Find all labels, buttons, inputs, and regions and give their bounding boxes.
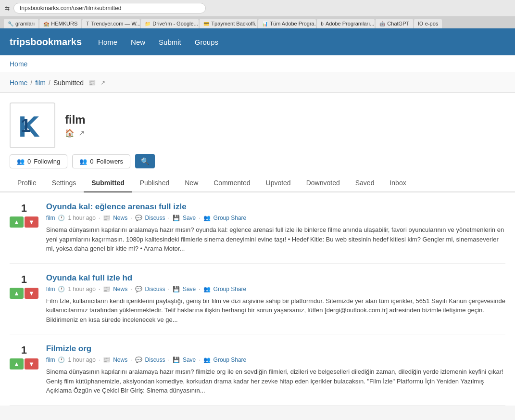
meta-icon-3: 👥: [203, 356, 211, 363]
post-item: 1 ▲ ▼ Filmizle org film 🕐 1 hour ago · 📰…: [10, 334, 505, 406]
post-vote: 1 ▲ ▼: [10, 344, 38, 369]
nav-links: Home New Submit Groups: [96, 34, 220, 50]
meta-link-group share[interactable]: Group Share: [214, 215, 247, 221]
meta-link-discuss[interactable]: Discuss: [145, 356, 165, 363]
svg-text:1: 1: [21, 115, 31, 136]
post-body: Sinema dünyasının kapılarını aralamaya h…: [46, 225, 505, 254]
following-icon: 👥: [17, 158, 25, 165]
nav-groups[interactable]: Groups: [193, 34, 220, 50]
following-button[interactable]: 👥 0 Following: [10, 154, 67, 168]
rss-icon[interactable]: 📰: [88, 79, 96, 86]
profile-name: film: [65, 113, 86, 127]
meta-link-news[interactable]: News: [113, 215, 127, 221]
post-vote: 1 ▲ ▼: [10, 273, 38, 299]
posts-list: 1 ▲ ▼ Oyunda kal: eğlence arenası full i…: [0, 192, 515, 406]
meta-link-save[interactable]: Save: [183, 356, 196, 363]
following-count: 0: [27, 158, 31, 165]
search-button[interactable]: 🔍: [135, 154, 155, 168]
followers-button[interactable]: 👥 0 Followers: [72, 154, 130, 168]
avatar-logo: K 1: [16, 109, 50, 142]
browser-tab[interactable]: 🔧gramları: [4, 19, 38, 28]
vote-count: 1: [21, 273, 27, 286]
nav-new[interactable]: New: [129, 34, 147, 50]
breadcrumb-current: Submitted: [53, 79, 84, 87]
tab-upvoted[interactable]: Upvoted: [258, 174, 299, 192]
meta-sep: ·: [99, 215, 100, 221]
downvote-button[interactable]: ▼: [25, 216, 38, 228]
upvote-button[interactable]: ▲: [10, 288, 24, 299]
meta-link-save[interactable]: Save: [183, 215, 196, 221]
breadcrumb-section[interactable]: film: [35, 79, 46, 87]
browser-tab[interactable]: 🏫HEMKURS: [39, 19, 81, 28]
post-meta: film 🕐 1 hour ago · 📰News · 💬Discuss · 💾…: [46, 356, 505, 363]
post-item: 1 ▲ ▼ Oyunda kal full izle hd film 🕐 1 h…: [10, 264, 505, 335]
meta-link-save[interactable]: Save: [183, 286, 196, 293]
post-vote: 1 ▲ ▼: [10, 202, 38, 228]
downvote-button[interactable]: ▼: [25, 288, 38, 299]
tab-commented[interactable]: Commented: [206, 174, 258, 192]
breadcrumb-home[interactable]: Home: [10, 79, 27, 87]
downvote-button[interactable]: ▼: [25, 358, 38, 369]
tab-published[interactable]: Published: [132, 174, 177, 192]
breadcrumb-sep-2: /: [49, 79, 50, 87]
breadcrumb: Home / film / Submitted 📰 ↗: [0, 73, 515, 93]
browser-tab[interactable]: IOe-pos: [414, 19, 442, 28]
top-navigation: tripsbookmarks Home New Submit Groups: [0, 28, 515, 55]
profile-avatar: K 1: [10, 102, 55, 148]
profile-links: 🏠 ↗: [65, 128, 86, 138]
vote-buttons: ▲ ▼: [10, 216, 38, 228]
profile-info: film 🏠 ↗: [65, 113, 86, 138]
post-category[interactable]: film: [46, 356, 55, 363]
tab-saved[interactable]: Saved: [348, 174, 382, 192]
tab-downvoted[interactable]: Downvoted: [299, 174, 348, 192]
follow-stats: 👥 0 Following 👥 0 Followers 🔍: [0, 148, 515, 174]
browser-tab[interactable]: 📁Drive'ım - Google...: [141, 19, 199, 28]
browser-tab[interactable]: 💳Tpayment Backoffi...: [200, 19, 257, 28]
tab-settings[interactable]: Settings: [44, 174, 84, 192]
meta-link-group share[interactable]: Group Share: [214, 356, 247, 363]
home-bar-link[interactable]: Home: [10, 60, 27, 68]
post-title[interactable]: Filmizle org: [46, 344, 505, 354]
meta-icon-2: 💾: [173, 215, 180, 221]
post-content: Oyunda kal full izle hd film 🕐 1 hour ag…: [46, 273, 505, 325]
nav-home[interactable]: Home: [96, 34, 119, 50]
nav-submit[interactable]: Submit: [157, 34, 183, 50]
vote-count: 1: [21, 344, 27, 356]
meta-icon-1: 💬: [135, 286, 142, 293]
browser-tab[interactable]: bAdobe Programları...: [317, 19, 375, 28]
external-link-icon[interactable]: ↗: [100, 79, 105, 86]
browser-tab[interactable]: 🤖ChatGPT: [376, 19, 413, 28]
meta-link-news[interactable]: News: [113, 356, 127, 363]
post-title[interactable]: Oyunda kal full izle hd: [46, 273, 505, 283]
post-title[interactable]: Oyunda kal: eğlence arenası full izle: [46, 202, 505, 212]
vote-buttons: ▲ ▼: [10, 288, 38, 299]
meta-link-discuss[interactable]: Discuss: [145, 215, 165, 221]
post-time: 1 hour ago: [68, 356, 95, 363]
post-category[interactable]: film: [46, 215, 55, 221]
clock-icon: 🕐: [58, 356, 65, 363]
meta-link-group share[interactable]: Group Share: [214, 286, 247, 293]
site-logo[interactable]: tripsbookmarks: [10, 37, 82, 48]
browser-icon: ⇆: [5, 5, 10, 12]
profile-home-icon[interactable]: 🏠: [65, 128, 75, 138]
meta-link-discuss[interactable]: Discuss: [145, 286, 165, 293]
browser-tab[interactable]: 📊Tüm Adobe Progra...: [258, 19, 316, 28]
tab-new[interactable]: New: [177, 174, 206, 192]
upvote-button[interactable]: ▲: [10, 358, 24, 369]
following-label: Following: [34, 158, 60, 165]
followers-icon: 👥: [79, 158, 87, 165]
post-meta: film 🕐 1 hour ago · 📰News · 💬Discuss · 💾…: [46, 286, 505, 293]
profile-external-icon[interactable]: ↗: [78, 128, 85, 138]
tab-submitted[interactable]: Submitted: [84, 174, 132, 192]
post-category[interactable]: film: [46, 286, 55, 293]
meta-sep: ·: [99, 286, 100, 293]
main-content: K 1 film 🏠 ↗ 👥 0 Following 👥 0 Followers…: [0, 93, 515, 406]
browser-tab[interactable]: TTrendyer.com — W...: [82, 19, 140, 28]
tab-profile[interactable]: Profile: [10, 174, 44, 192]
browser-url[interactable]: tripsbookmarks.com/user/film/submitted: [13, 3, 206, 13]
meta-icon-2: 💾: [173, 356, 180, 363]
profile-tabs: Profile Settings Submitted Published New…: [0, 174, 515, 192]
tab-inbox[interactable]: Inbox: [382, 174, 414, 192]
meta-link-news[interactable]: News: [113, 286, 127, 293]
upvote-button[interactable]: ▲: [10, 216, 24, 228]
